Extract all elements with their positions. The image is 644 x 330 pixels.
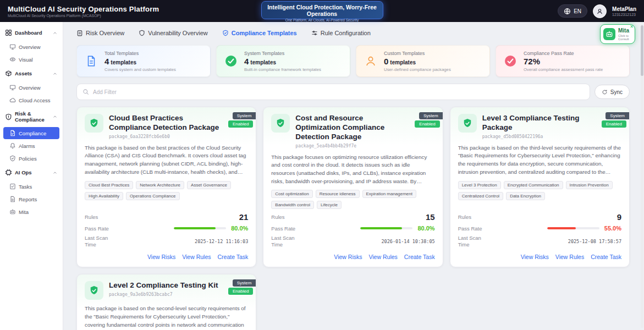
robot-face-icon bbox=[606, 30, 613, 38]
last-scan-label: Last Scan Time bbox=[271, 235, 299, 248]
package-description: This package is based on the third-level… bbox=[458, 144, 621, 177]
sidebar-item-policies[interactable]: Policies bbox=[3, 152, 59, 164]
package-description: This package is based on the second-leve… bbox=[85, 305, 248, 330]
tag: Cost optimization bbox=[271, 190, 312, 198]
stat-label: System Templates bbox=[244, 51, 321, 56]
mita-assistant-widget[interactable]: Mita Click to Consult ✕ bbox=[600, 24, 635, 44]
page-scrollbar[interactable] bbox=[641, 24, 643, 328]
close-icon[interactable]: ✕ bbox=[630, 24, 634, 29]
badge-stack: System Enabled bbox=[228, 279, 256, 295]
system-badge: System bbox=[606, 112, 629, 119]
badge-stack: System Enabled bbox=[228, 112, 256, 128]
enabled-badge: Enabled bbox=[415, 120, 439, 128]
package-description: This package focuses on optimizing resou… bbox=[271, 153, 434, 186]
shield-check-icon bbox=[271, 114, 290, 133]
sidebar: Dashboard Overview Visual Assets Overvie… bbox=[0, 22, 63, 330]
sidebar-section-risk-compliance[interactable]: Risk & Compliance bbox=[3, 107, 59, 127]
tab-rule-configuration[interactable]: Rule Configuration bbox=[311, 30, 371, 36]
tag: Lifecycle bbox=[317, 201, 342, 209]
sidebar-section-dashboard[interactable]: Dashboard bbox=[3, 25, 59, 40]
shield-check-icon bbox=[458, 114, 477, 133]
scrollbar-thumb[interactable] bbox=[641, 25, 643, 76]
card-actions: View Risks View Rules Create Task bbox=[85, 254, 248, 260]
stat-label: Total Templates bbox=[104, 51, 176, 56]
sidebar-item-label: Alarms bbox=[19, 143, 35, 149]
sidebar-item-tasks[interactable]: Tasks bbox=[3, 180, 59, 193]
card-actions: View Risks View Rules Create Task bbox=[458, 254, 621, 260]
view-rules-link[interactable]: View Rules bbox=[555, 254, 584, 260]
filter-toolbar: Sync bbox=[76, 84, 630, 100]
tab-risk-overview[interactable]: Risk Overview bbox=[76, 30, 124, 36]
refresh-icon bbox=[602, 89, 608, 95]
tag: Bandwidth control bbox=[271, 201, 314, 209]
tab-compliance-templates[interactable]: Compliance Templates bbox=[222, 30, 297, 36]
package-title: Cost and Resource Optimization Complianc… bbox=[295, 114, 406, 142]
view-risks-link[interactable]: View Risks bbox=[521, 254, 549, 260]
tag: Data Encryption bbox=[506, 192, 545, 200]
sidebar-item-cloud-access[interactable]: Cloud Access bbox=[3, 94, 59, 106]
enabled-badge: Enabled bbox=[228, 120, 253, 128]
enabled-badge: Enabled bbox=[228, 288, 253, 295]
system-badge: System bbox=[419, 112, 443, 119]
last-scan-time: 2026-01-14 10:38:05 bbox=[381, 239, 434, 244]
tag-list: Cost optimization Resource idleness Expi… bbox=[271, 190, 434, 209]
last-scan-time: 2025-12-08 17:58:57 bbox=[568, 239, 621, 244]
tag: Network Architecture bbox=[136, 181, 184, 189]
sidebar-item-label: Reports bbox=[19, 196, 37, 202]
brand: MultiCloud AI Security Operations Platfo… bbox=[8, 5, 159, 18]
filter-input[interactable] bbox=[93, 89, 584, 95]
sidebar-section-assets[interactable]: Assets bbox=[3, 66, 59, 81]
package-id: package_d5bd0850422196a bbox=[482, 134, 593, 139]
box-icon bbox=[5, 70, 12, 77]
chevron-up-icon bbox=[52, 71, 58, 76]
sidebar-item-visual[interactable]: Visual bbox=[3, 53, 59, 65]
sidebar-item-assets-overview[interactable]: Overview bbox=[3, 81, 59, 94]
sidebar-item-mita[interactable]: Mita bbox=[3, 206, 59, 218]
create-task-link[interactable]: Create Task bbox=[404, 254, 435, 260]
create-task-link[interactable]: Create Task bbox=[217, 254, 248, 260]
rules-label: Rules bbox=[85, 214, 98, 220]
sidebar-item-label: Overview bbox=[19, 44, 41, 50]
clipboard-icon bbox=[76, 30, 83, 36]
view-rules-link[interactable]: View Rules bbox=[182, 254, 211, 260]
chip-icon bbox=[5, 169, 12, 176]
sidebar-item-dashboard-overview[interactable]: Overview bbox=[3, 41, 59, 53]
view-rules-link[interactable]: View Rules bbox=[368, 254, 397, 260]
stat-compliance-pass-rate: Compliance Pass Rate 72% Overall complia… bbox=[496, 45, 630, 77]
tab-label: Rule Configuration bbox=[321, 30, 371, 36]
sidebar-item-compliance[interactable]: Compliance bbox=[3, 127, 59, 139]
rules-label: Rules bbox=[458, 214, 471, 220]
sidebar-item-reports[interactable]: Reports bbox=[3, 193, 59, 205]
stat-value: 72% bbox=[524, 57, 540, 66]
package-card: System Enabled Level 3 Compliance Testin… bbox=[450, 107, 630, 267]
tab-vulnerability-overview[interactable]: Vulnerability Overview bbox=[139, 30, 207, 36]
task-list-icon bbox=[9, 183, 16, 190]
stat-desc: Covers system and custom templates bbox=[104, 67, 176, 72]
avatar[interactable] bbox=[593, 4, 607, 18]
language-label: EN bbox=[574, 8, 581, 14]
account-info[interactable]: MetaPlan 12312312123 bbox=[612, 6, 636, 16]
stat-value: 4 bbox=[244, 57, 249, 66]
shield-alert-icon bbox=[5, 113, 12, 120]
language-switcher[interactable]: EN bbox=[558, 4, 587, 18]
sync-button[interactable]: Sync bbox=[595, 85, 630, 99]
monitor-icon bbox=[9, 43, 16, 50]
sidebar-item-label: Cloud Access bbox=[19, 97, 51, 103]
enabled-badge: Enabled bbox=[602, 120, 626, 128]
sidebar-item-alarms[interactable]: Alarms bbox=[3, 140, 59, 152]
rules-count: 21 bbox=[239, 212, 249, 222]
sidebar-section-ai-ops[interactable]: AI Ops bbox=[3, 165, 59, 180]
view-risks-link[interactable]: View Risks bbox=[147, 254, 175, 260]
stat-unit: templates bbox=[390, 59, 416, 65]
check-circle-icon bbox=[223, 54, 239, 68]
pass-rate-value: 80.0% bbox=[231, 225, 248, 232]
eye-icon bbox=[9, 56, 16, 63]
stat-desc: Overall compliance assessment pass rate bbox=[524, 67, 603, 72]
package-description: This package is based on the best practi… bbox=[85, 144, 248, 177]
app-title: MultiCloud AI Security Operations Platfo… bbox=[8, 5, 159, 13]
robot-icon bbox=[603, 28, 615, 40]
view-risks-link[interactable]: View Risks bbox=[334, 254, 362, 260]
shield-check-icon bbox=[222, 30, 229, 36]
section-label: AI Ops bbox=[15, 169, 32, 175]
create-task-link[interactable]: Create Task bbox=[591, 254, 621, 260]
